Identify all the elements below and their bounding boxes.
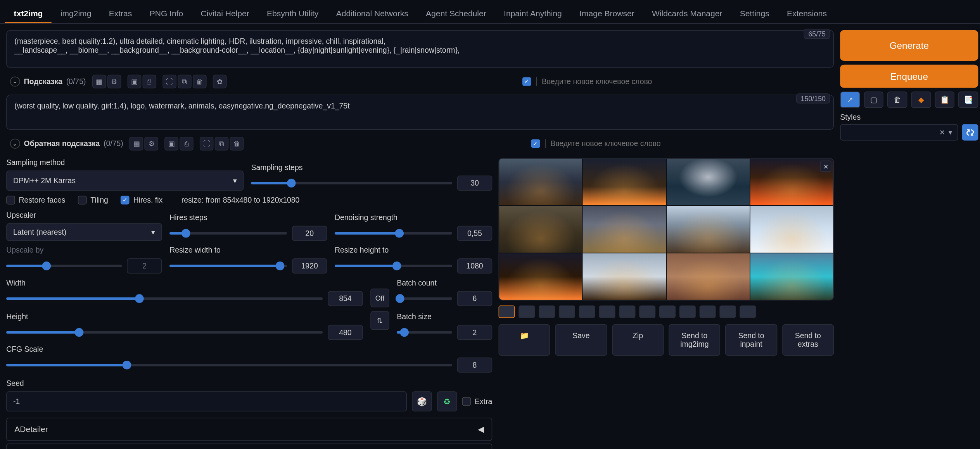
trash-icon[interactable]: 🗑 [230, 137, 244, 151]
height-slider[interactable] [6, 331, 323, 334]
refresh-icon[interactable]: 🗘 [962, 124, 978, 141]
chevron-down-icon[interactable]: ⌄ [10, 139, 20, 149]
tab-extras[interactable]: Extras [100, 5, 141, 23]
gallery-image[interactable] [499, 206, 582, 253]
prompt-input[interactable] [6, 30, 834, 68]
gallery-image[interactable] [667, 253, 750, 300]
denoise-value[interactable]: 0,55 [457, 226, 493, 241]
send-extras-button[interactable]: Send to extras [782, 324, 834, 356]
send-inpaint-button[interactable]: Send to inpaint [725, 324, 777, 356]
hires-steps-slider[interactable] [169, 232, 287, 234]
swap-dims-button[interactable]: ⇅ [370, 311, 389, 330]
hires-steps-value[interactable]: 20 [292, 226, 327, 241]
gear-icon[interactable]: ⚙ [145, 137, 159, 151]
sampling-steps-slider[interactable] [251, 182, 452, 184]
tiling-check[interactable] [78, 196, 87, 205]
gallery-image[interactable] [667, 159, 750, 205]
resize-height-value[interactable]: 1080 [457, 258, 493, 274]
resize-width-value[interactable]: 1920 [292, 258, 327, 274]
clipboard-icon[interactable]: 📋 [935, 91, 954, 108]
dice-icon[interactable]: 🎲 [412, 391, 432, 411]
gallery-image[interactable] [583, 253, 666, 300]
send-img2img-button[interactable]: Send to img2img [669, 324, 720, 356]
upscale-by-slider[interactable] [6, 265, 122, 267]
styles-icon[interactable]: ◆ [911, 91, 931, 108]
thumb[interactable] [559, 306, 575, 318]
tab-img2img[interactable]: img2img [52, 5, 100, 23]
upscale-by-value[interactable]: 2 [127, 258, 162, 274]
upscaler-select[interactable]: Latent (nearest)▾ [6, 223, 162, 241]
gallery-image[interactable] [667, 206, 750, 253]
chevron-down-icon[interactable]: ⌄ [10, 77, 20, 87]
expand-icon[interactable]: ⛶ [162, 75, 176, 89]
expand-icon[interactable]: ⛶ [200, 137, 214, 151]
gallery-image[interactable] [583, 206, 666, 253]
accordion-adetailer[interactable]: ADetailer◀ [6, 418, 492, 441]
zip-button[interactable]: Zip [612, 324, 664, 356]
tab-browser[interactable]: Image Browser [571, 5, 643, 23]
trash-icon[interactable]: 🗑 [887, 91, 907, 108]
negprompt-input[interactable] [6, 95, 834, 130]
thumb[interactable] [659, 306, 676, 318]
image-icon[interactable]: ▣ [165, 137, 179, 151]
tab-extensions[interactable]: Extensions [778, 5, 835, 23]
tab-pnginfo[interactable]: PNG Info [141, 5, 192, 23]
open-folder-button[interactable]: 📁 [498, 324, 550, 356]
restore-faces-check[interactable] [6, 196, 15, 205]
sampling-steps-value[interactable]: 30 [457, 175, 493, 191]
copy-icon[interactable]: ⧉ [178, 75, 192, 89]
gallery-image[interactable] [499, 253, 582, 300]
accordion-tiled-diffusion[interactable]: Tiled Diffusion◀ [6, 444, 492, 449]
image-icon[interactable]: ▣ [127, 75, 141, 89]
prompt-keyword-check[interactable]: ✓ [522, 77, 531, 86]
tab-agent[interactable]: Agent Scheduler [417, 5, 495, 23]
thumb[interactable] [619, 306, 635, 318]
trash-icon[interactable]: 🗑 [193, 75, 207, 89]
thumb[interactable] [679, 306, 696, 318]
flower-icon[interactable]: ✿ [213, 75, 226, 89]
width-slider[interactable] [6, 297, 323, 299]
clear-icon[interactable]: ▢ [864, 91, 883, 108]
hires-fix-check[interactable]: ✓ [121, 196, 130, 205]
paste-icon[interactable]: 📑 [958, 91, 978, 108]
save-icon[interactable]: ⎙ [180, 137, 194, 151]
cfg-slider[interactable] [6, 364, 452, 366]
tab-settings[interactable]: Settings [731, 5, 778, 23]
tab-wildcards[interactable]: Wildcards Manager [643, 5, 731, 23]
generate-button[interactable]: Generate [840, 30, 978, 61]
tab-civitai[interactable]: Civitai Helper [192, 5, 258, 23]
enqueue-button[interactable]: Enqueue [840, 65, 978, 88]
batch-size-value[interactable]: 2 [457, 325, 493, 340]
extra-check[interactable] [462, 397, 471, 406]
gallery-image[interactable] [750, 206, 833, 253]
save-icon[interactable]: ⎙ [142, 75, 156, 89]
tab-ebsynth[interactable]: Ebsynth Utility [258, 5, 327, 23]
thumb[interactable] [639, 306, 655, 318]
save-button[interactable]: Save [555, 324, 607, 356]
prompt-keyword-input[interactable] [542, 77, 830, 86]
thumb[interactable] [599, 306, 615, 318]
negprompt-keyword-check[interactable]: ✓ [531, 139, 540, 148]
arrow-icon[interactable]: ↗ [840, 91, 860, 108]
gallery-image[interactable] [750, 253, 833, 300]
width-value[interactable]: 854 [328, 291, 363, 306]
off-button[interactable]: Off [370, 289, 389, 308]
styles-select[interactable]: ✕▾ [840, 124, 958, 141]
tab-inpaint[interactable]: Inpaint Anything [495, 5, 570, 23]
batch-size-slider[interactable] [397, 331, 452, 334]
resize-width-slider[interactable] [169, 265, 287, 267]
thumb[interactable] [579, 306, 595, 318]
height-value[interactable]: 480 [328, 325, 363, 340]
gallery-image[interactable] [499, 159, 582, 205]
tab-txt2img[interactable]: txt2img [5, 5, 52, 23]
copy-icon[interactable]: ⧉ [215, 137, 229, 151]
thumb[interactable] [700, 306, 716, 318]
thumb[interactable] [539, 306, 555, 318]
resize-height-slider[interactable] [335, 265, 452, 267]
batch-count-slider[interactable] [397, 297, 452, 299]
grid-icon[interactable]: ▦ [130, 137, 143, 151]
thumb[interactable] [519, 306, 535, 318]
denoise-slider[interactable] [335, 232, 452, 234]
negprompt-keyword-input[interactable] [550, 139, 830, 148]
thumb[interactable] [498, 306, 515, 318]
